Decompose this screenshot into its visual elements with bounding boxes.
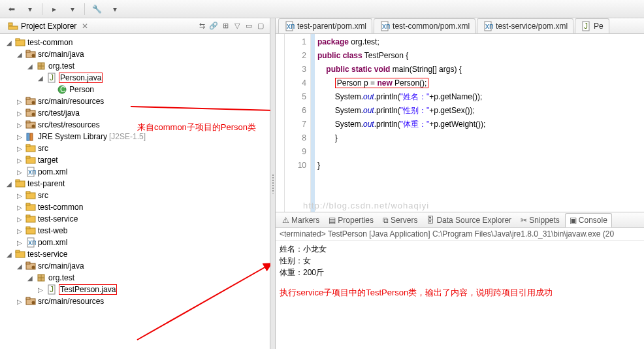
expand-icon[interactable]: ▷	[16, 133, 24, 141]
tree-project[interactable]: ◢test-service	[4, 248, 69, 260]
tree-item[interactable]: ▷test-web	[14, 225, 69, 237]
navigator-icon	[8, 21, 18, 31]
link-editor-icon[interactable]: 🔗	[208, 21, 219, 31]
tree-item[interactable]: ▷xmlpom.xml	[14, 166, 69, 178]
svg-text:J: J	[50, 285, 54, 294]
editor-tab-label: test-common/pom.xml	[393, 22, 470, 31]
svg-rect-18	[26, 109, 30, 111]
bottom-tab-markers[interactable]: ⚠Markers	[278, 214, 323, 227]
tree-item[interactable]: ▷xmlpom.xml	[14, 237, 69, 248]
close-icon[interactable]: ✕	[82, 22, 88, 31]
expand-icon[interactable]	[47, 86, 55, 93]
expand-icon[interactable]: ◢	[5, 250, 13, 258]
bottom-tab-label: Properties	[338, 216, 374, 225]
tree-item[interactable]: ▷JRE System Library [J2SE-1.5]	[14, 131, 147, 142]
tree-item[interactable]: ▷target	[14, 154, 59, 166]
code-text[interactable]: package org.test; public class TestPerso…	[315, 34, 644, 212]
tree-project[interactable]: ◢test-common	[4, 37, 74, 48]
bottom-tab-data-source-explorer[interactable]: 🗄Data Source Explorer	[423, 214, 515, 227]
expand-icon[interactable]: ▷	[16, 239, 24, 246]
expand-icon[interactable]: ▷	[16, 156, 24, 164]
expand-icon[interactable]: ▷	[16, 203, 24, 211]
tree-item[interactable]: ◢src/main/java	[14, 48, 86, 60]
expand-icon[interactable]: ▷	[16, 121, 24, 129]
tree-item[interactable]: ◢org.test	[25, 60, 76, 72]
collapse-all-icon[interactable]: ⇆	[197, 21, 207, 31]
bottom-tab-snippets[interactable]: ✂Snippets	[517, 214, 564, 227]
bottom-tab-label: Console	[579, 216, 607, 225]
toolbar-button[interactable]: ▾	[65, 2, 80, 16]
expand-icon[interactable]: ▷	[16, 97, 24, 105]
expand-icon[interactable]: ▷	[16, 215, 24, 223]
folder-icon	[25, 155, 36, 165]
xml-icon: xml	[25, 237, 36, 248]
editor-tab[interactable]: xmltest-common/pom.xml	[374, 18, 475, 33]
tree-item[interactable]: ▷src	[14, 142, 50, 154]
editor-tab[interactable]: JPe	[575, 18, 609, 33]
toolbar-button[interactable]: ▸	[46, 2, 62, 16]
tree-item[interactable]: ▷src	[14, 190, 50, 201]
expand-icon[interactable]: ▷	[16, 191, 24, 199]
code-editor[interactable]: 12345678910 package org.test; public cla…	[276, 34, 644, 212]
tree-item[interactable]: ◢JPerson.java	[35, 72, 104, 84]
toolbar-button[interactable]: ▾	[107, 2, 123, 16]
expand-icon[interactable]: ▷	[16, 144, 24, 152]
tree-project[interactable]: ◢test-parent	[4, 178, 66, 190]
expand-icon[interactable]: ◢	[5, 180, 13, 188]
tree-item[interactable]: ▷JTestPerson.java	[35, 284, 118, 295]
bottom-view-stack: ⚠Markers▤Properties⧉Servers🗄Data Source …	[276, 212, 644, 349]
line-number: 2	[285, 49, 310, 63]
tree-item[interactable]: ▷test-common	[14, 201, 84, 213]
tree-item-label: Person.java	[59, 73, 103, 83]
svg-point-22	[32, 125, 35, 128]
maximize-icon[interactable]: ▢	[255, 21, 266, 31]
expand-icon[interactable]: ▷	[37, 286, 44, 293]
svg-text:xml: xml	[28, 167, 36, 176]
project-icon	[15, 178, 25, 189]
svg-point-6	[32, 54, 35, 58]
minimize-icon[interactable]: ▭	[244, 21, 254, 31]
focus-icon[interactable]: ⊞	[220, 21, 231, 31]
project-tree[interactable]: ◢test-common◢src/main/java◢org.test◢JPer…	[0, 34, 270, 349]
bottom-tab-properties[interactable]: ▤Properties	[325, 214, 378, 227]
view-tab-project-explorer[interactable]: Project Explorer ✕	[4, 20, 92, 33]
expand-icon[interactable]: ▷	[16, 168, 24, 176]
java-icon: J	[581, 21, 591, 31]
editor-tab-label: test-parent/pom.xml	[297, 22, 366, 31]
expand-icon[interactable]: ◢	[26, 274, 34, 282]
tree-item[interactable]: ▷src/main/resources	[14, 95, 105, 107]
bottom-tab-servers[interactable]: ⧉Servers	[379, 214, 421, 227]
toolbar-button[interactable]: ▾	[22, 2, 38, 16]
cu-icon: J	[46, 73, 57, 83]
tree-item[interactable]: ▷test-service	[14, 213, 79, 225]
sash-vertical[interactable]	[270, 18, 276, 349]
expand-icon[interactable]: ▷	[16, 227, 24, 235]
editor-tab[interactable]: xmltest-parent/pom.xml	[278, 18, 372, 33]
tree-item[interactable]: ▷src/test/java	[14, 107, 81, 119]
view-title: Project Explorer	[21, 22, 76, 31]
toolbar-button[interactable]: ⬅	[4, 2, 20, 16]
package-icon	[36, 273, 46, 283]
expand-icon[interactable]: ◢	[16, 50, 24, 58]
line-number: 9	[285, 145, 310, 159]
tree-project-label: test-service	[27, 250, 67, 259]
tree-item[interactable]: ◢src/main/java	[14, 260, 86, 272]
expand-icon[interactable]: ◢	[5, 39, 13, 46]
bottom-tab-console[interactable]: ▣Console	[565, 213, 612, 227]
expand-icon[interactable]: ▷	[16, 297, 24, 305]
expand-icon[interactable]: ◢	[26, 62, 34, 70]
toolbar-button[interactable]: 🔧	[89, 2, 105, 16]
editor-tab[interactable]: xmltest-service/pom.xml	[477, 18, 573, 33]
project-icon	[15, 37, 25, 48]
expand-icon[interactable]: ◢	[37, 74, 44, 82]
console-line: 性别：女	[280, 256, 640, 267]
tree-item[interactable]: ▷src/test/resources	[14, 119, 101, 131]
expand-icon[interactable]: ▷	[16, 109, 24, 117]
tree-item[interactable]: ◢org.test	[25, 272, 76, 284]
tree-item[interactable]: ▷src/main/resources	[14, 295, 105, 307]
view-menu-icon[interactable]: ▽	[232, 21, 242, 31]
console-output[interactable]: 姓名：小龙女 性别：女 体重：200斤 执行service子项目中的TestPe…	[276, 241, 644, 349]
tree-item[interactable]: CPerson	[46, 84, 95, 95]
expand-icon[interactable]: ◢	[16, 262, 24, 270]
main-toolbar: ⬅ ▾ ▸ ▾ 🔧 ▾	[0, 0, 644, 18]
